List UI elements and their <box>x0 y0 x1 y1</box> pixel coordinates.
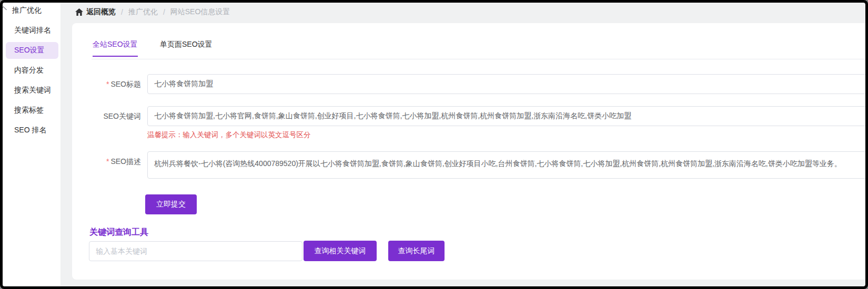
home-icon <box>75 8 83 16</box>
sidebar-section-header[interactable]: 推广优化 <box>3 3 60 18</box>
required-mark: * <box>106 157 109 166</box>
breadcrumb-separator: / <box>121 8 123 16</box>
required-mark: * <box>106 80 109 88</box>
breadcrumb-home-label: 返回概览 <box>86 7 116 17</box>
sidebar-item-search-keywords[interactable]: 搜索关键词 <box>3 80 60 100</box>
breadcrumb-item-promotion[interactable]: 推广优化 <box>128 7 158 17</box>
app-window: 推广优化 关键词排名 SEO设置 内容分发 搜索关键词 <box>3 3 865 286</box>
seo-description-label-text: SEO描述 <box>110 157 141 166</box>
tabs-divider <box>92 59 865 59</box>
keyword-tool-row: 查询相关关键词 查询长尾词 <box>89 241 865 261</box>
seo-description-textarea[interactable]: 杭州兵将餐饮-七小将(咨询热线4000789520)开展以七小将食饼筒加盟,食饼… <box>147 151 865 179</box>
query-related-keywords-button[interactable]: 查询相关关键词 <box>304 241 377 261</box>
tab-sitewide-seo[interactable]: 全站SEO设置 <box>93 40 138 57</box>
sidebar-item-label: 关键词排名 <box>14 26 51 35</box>
screenshot-frame: 推广优化 关键词排名 SEO设置 内容分发 搜索关键词 <box>0 0 868 289</box>
main-area: 返回概览 / 推广优化 / 网站SEO信息设置 全站SEO设置 单页面SEO设置 <box>60 3 865 286</box>
sidebar-item-seo-settings[interactable]: SEO设置 <box>3 40 60 60</box>
seo-title-input[interactable] <box>147 74 865 94</box>
submit-button[interactable]: 立即提交 <box>145 194 197 214</box>
seo-form: *SEO标题 SEO关键词 温馨提示：输入关键词，多个关键词以英文逗号区分 <box>72 74 865 214</box>
sidebar-item-label: 搜索标签 <box>14 106 44 115</box>
keywords-hint-text: 温馨提示：输入关键词，多个关键词以英文逗号区分 <box>147 130 865 139</box>
breadcrumb-home-link[interactable]: 返回概览 <box>75 7 116 17</box>
keyword-tool-input[interactable] <box>89 241 302 261</box>
sidebar-item-seo-rank[interactable]: SEO 排名 <box>3 120 60 140</box>
seo-title-label-text: SEO标题 <box>110 80 141 88</box>
seo-title-label: *SEO标题 <box>72 74 147 94</box>
seo-keywords-input[interactable] <box>147 106 865 126</box>
breadcrumb-separator: / <box>163 8 165 16</box>
seo-keywords-label: SEO关键词 <box>72 106 147 126</box>
seo-description-label: *SEO描述 <box>72 151 147 171</box>
sidebar-item-label: SEO 排名 <box>14 126 46 135</box>
sidebar-item-label: 搜索关键词 <box>14 86 51 95</box>
collapse-chevron-icon <box>3 6 7 13</box>
sidebar-item-search-tags[interactable]: 搜索标签 <box>3 100 60 120</box>
query-longtail-keywords-button[interactable]: 查询长尾词 <box>388 241 445 261</box>
breadcrumb: 返回概览 / 推广优化 / 网站SEO信息设置 <box>60 3 865 22</box>
sidebar-item-keyword-rank[interactable]: 关键词排名 <box>3 20 60 40</box>
seo-keywords-row: SEO关键词 <box>72 106 865 126</box>
tab-single-page-seo[interactable]: 单页面SEO设置 <box>160 40 213 57</box>
sidebar: 推广优化 关键词排名 SEO设置 内容分发 搜索关键词 <box>3 3 60 286</box>
seo-description-row: *SEO描述 杭州兵将餐饮-七小将(咨询热线4000789520)开展以七小将食… <box>72 151 865 181</box>
seo-tabs: 全站SEO设置 单页面SEO设置 <box>93 39 865 59</box>
sidebar-item-label: SEO设置 <box>14 46 45 55</box>
sidebar-item-label: 内容分发 <box>14 66 44 75</box>
sidebar-section-label: 推广优化 <box>12 6 42 15</box>
seo-settings-card: 全站SEO设置 单页面SEO设置 *SEO标题 <box>72 23 865 280</box>
keyword-tool-title: 关键词查询工具 <box>89 227 865 238</box>
sidebar-menu: 关键词排名 SEO设置 内容分发 搜索关键词 搜索标签 <box>3 18 60 140</box>
sidebar-item-content-distribution[interactable]: 内容分发 <box>3 60 60 80</box>
seo-title-row: *SEO标题 <box>72 74 865 94</box>
breadcrumb-item-current-page: 网站SEO信息设置 <box>170 7 230 17</box>
